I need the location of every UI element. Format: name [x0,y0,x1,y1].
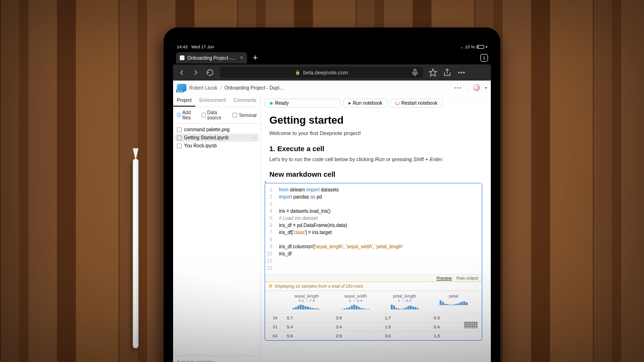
df-col-header[interactable]: petal_length [383,294,426,299]
browser-tab[interactable]: Onboarding Project - Dup × [176,52,247,63]
file-icon [177,144,182,148]
back-icon[interactable] [177,68,186,77]
svg-rect-0 [414,69,416,73]
sidebar-tools: +Add files Data source Terminal [173,107,260,124]
section1-heading: 1. Execute a cell [269,145,482,153]
file-item[interactable]: command palette.png [173,126,260,134]
deepnote-app: BETA Robert Lacok / Onboarding Project -… [173,81,491,362]
sidebar-tab-comments[interactable]: Comments [230,95,260,107]
output-tabs: Preview Raw output [265,274,482,281]
address-bar[interactable]: 🔒 beta.deepnote.com [220,67,423,78]
df-col-header[interactable]: sepal_length [285,294,328,299]
output-tab-preview[interactable]: Preview [436,276,451,281]
deepnote-logo[interactable]: BETA [177,84,186,91]
battery-pct: 13 % [465,45,475,49]
file-item[interactable]: Getting Started.ipynb⋯ [175,134,258,142]
sparkline-icon [432,299,475,305]
add-cell-icon[interactable]: + [264,179,267,186]
df-row[interactable]: 315.43.41.50.4 [265,322,482,331]
avatar[interactable] [473,84,480,91]
sample-warning: Displaying 10 samples from a total of 15… [265,281,482,290]
sparkline-icon [285,304,328,309]
df-col-header[interactable]: sepal_width [334,294,377,299]
sparkline-icon [383,304,426,309]
play-icon [349,102,351,105]
sidebar-tab-environment[interactable]: Environment [195,95,230,107]
file-name: Getting Started.ipynb [184,135,229,140]
breadcrumb-project[interactable]: Onboarding Project - Dupl... [224,85,283,90]
tab-title: Onboarding Project - Dup [187,55,237,61]
status-date: Wed 17 Jun [192,45,214,49]
main-panel: Ready Run notebook Restart notebook Gett… [261,95,491,362]
forward-icon[interactable] [191,68,201,77]
svg-point-6 [463,72,464,73]
code-cell[interactable]: 123456789101112 from sklearn import data… [265,183,482,341]
svg-point-5 [461,72,462,73]
sidebar: Project Environment Comments +Add files … [173,95,261,362]
status-time: 14:43 [177,45,188,49]
sidebar-tab-project[interactable]: Project [173,95,195,107]
battery-icon [477,45,484,49]
df-row[interactable]: 185.73.81.70.3 [265,313,482,322]
status-bar: 14:43 Wed 17 Jun ⌵ 13 % [173,43,491,51]
df-col-header[interactable]: petal [432,294,475,299]
warning-icon [269,284,272,288]
keyboard-icon[interactable] [464,322,478,328]
reload-icon[interactable] [205,68,215,77]
add-files-button[interactable]: +Add files [177,110,197,120]
tab-favicon [180,55,184,60]
file-icon [177,136,182,140]
restart-icon [396,101,399,105]
sparkline-icon [334,304,377,309]
svg-point-4 [459,72,460,73]
screen: 14:43 Wed 17 Jun ⌵ 13 % Onboarding Proje… [173,43,491,362]
sidebar-tabs: Project Environment Comments [173,95,260,107]
more-icon[interactable] [457,68,466,77]
output-tab-raw[interactable]: Raw output [456,276,478,281]
tablet-device: 14:43 Wed 17 Jun ⌵ 13 % Onboarding Proje… [164,27,500,362]
file-name: You Rock.ipynb [184,143,217,148]
mic-icon[interactable] [410,68,420,77]
app-header: BETA Robert Lacok / Onboarding Project -… [173,81,491,95]
close-tab-icon[interactable]: × [240,54,243,61]
notebook-title: Getting started [269,114,482,127]
browser-tabbar: Onboarding Project - Dup × + 1 [173,51,491,64]
new-tab-button[interactable]: + [249,53,262,63]
status-dot-icon [270,102,273,105]
notebook-scroll[interactable]: Getting started Welcome to your first De… [261,109,491,362]
kernel-status: Ready [265,99,340,108]
runbar: Ready Run notebook Restart notebook [261,95,491,109]
sidebar-footer: 0 global variables [173,355,260,362]
file-icon [177,127,182,132]
caret-down-icon[interactable]: ▾ [485,86,487,90]
svg-marker-2 [430,69,437,76]
run-notebook-button[interactable]: Run notebook [343,99,387,108]
lock-icon: 🔒 [295,70,300,75]
browser-toolbar: 🔒 beta.deepnote.com [173,64,491,81]
wifi-icon: ⌵ [460,45,463,49]
section2-heading: New markdown cell [269,170,482,178]
file-item[interactable]: You Rock.ipynb [173,142,260,150]
file-list: command palette.pngGetting Started.ipynb… [173,124,260,152]
terminal-button[interactable]: Terminal [232,110,257,120]
file-name: command palette.png [184,127,230,132]
file-more-icon[interactable]: ⋯ [252,135,257,140]
code-body[interactable]: from sklearn import datasets import pand… [275,183,482,274]
battery-nub [486,46,487,48]
dataframe-output[interactable]: sepal_length4.3 → 7.9sepal_width2 → 4.4p… [265,290,482,340]
address-text: beta.deepnote.com [303,70,348,75]
df-row[interactable]: 645.62.93.61.3 [265,331,482,340]
data-source-button[interactable]: Data source [202,110,228,120]
restart-notebook-button[interactable]: Restart notebook [390,99,442,108]
section1-para: Let's try to run the code cell below by … [269,155,482,163]
tab-count-button[interactable]: 1 [480,54,488,62]
line-gutter: 123456789101112 [265,183,275,274]
header-more-icon[interactable]: ••• [454,85,462,90]
share-icon[interactable] [442,68,452,77]
breadcrumb-user[interactable]: Robert Lacok [189,85,217,90]
breadcrumb-sep: / [220,85,221,90]
star-icon[interactable] [428,68,438,77]
welcome-text: Welcome to your first Deepnote project! [269,130,482,136]
